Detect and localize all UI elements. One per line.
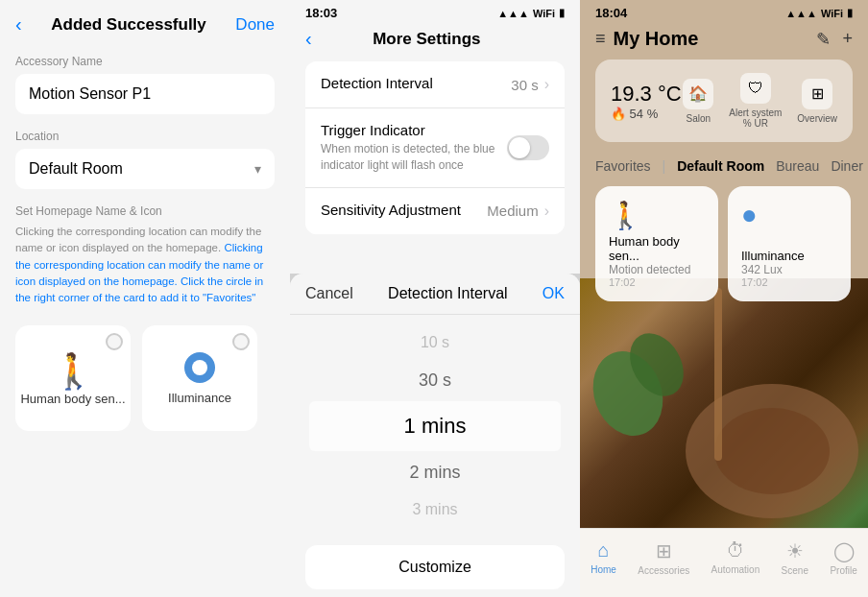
picker-option-2[interactable]: 1 mins (309, 401, 561, 450)
panel2-back-button[interactable]: ‹ (305, 28, 312, 50)
panel2-title: More Settings (312, 30, 542, 49)
illuminance-radio[interactable] (232, 333, 250, 350)
picker-option-1[interactable]: 30 s (290, 361, 580, 400)
accessory-name-input[interactable]: Motion Sensor P1 (15, 74, 275, 114)
default-room-tab[interactable]: Default Room (677, 158, 764, 174)
done-button[interactable]: Done (235, 15, 275, 35)
modal-cancel-button[interactable]: Cancel (305, 285, 353, 302)
illuminance-icon (184, 352, 215, 383)
automation-tab-label: Automation (711, 564, 760, 575)
human-body-radio[interactable] (106, 333, 123, 350)
modal-sheet: Cancel Detection Interval OK 10 s 30 s 1… (290, 274, 580, 597)
weather-left: 19.3 °C 🔥 54 % (611, 82, 682, 121)
panel2-time: 18:03 (305, 6, 337, 20)
weather-temperature: 19.3 °C (611, 82, 682, 107)
accessories-tab[interactable]: ⊞ Accessories (638, 539, 689, 576)
location-select[interactable]: Default Room ▾ (15, 149, 275, 189)
modal-ok-button[interactable]: OK (542, 285, 565, 302)
detection-interval-title: Detection Interval (321, 75, 511, 91)
home-title-row: ≡ My Home (595, 28, 698, 50)
illuminance-card[interactable]: Illuminance (142, 325, 257, 431)
overview-item[interactable]: ⊞ Overview (797, 79, 837, 124)
weather-humidity: 🔥 54 % (611, 107, 682, 121)
panel2-header: ‹ More Settings (290, 24, 580, 61)
panel3-status-right: ▲▲▲ WiFi ▮ (785, 7, 853, 19)
svg-rect-3 (714, 288, 722, 461)
human-body-device-card[interactable]: 🚶 Human body sen... Motion detected 17:0… (595, 186, 718, 301)
trigger-indicator-right (507, 135, 549, 160)
customize-button[interactable]: Customize (305, 545, 565, 589)
trigger-indicator-left: Trigger Indicator When motion is detecte… (321, 122, 507, 174)
illuminance-label: Illuminance (168, 391, 231, 405)
rooms-tabs: Favorites | Default Room Bureau Diner ≡ (580, 154, 868, 182)
detection-interval-right: 30 s › (511, 76, 549, 93)
sensitivity-left: Sensitivity Adjustment (321, 202, 487, 221)
picker-container: 10 s 30 s 1 mins 2 mins 3 mins (290, 315, 580, 537)
bottom-tab-bar: ⌂ Home ⊞ Accessories ⏱ Automation ☀ Scen… (580, 528, 868, 597)
panel3-time: 18:04 (595, 6, 627, 20)
alert-icon: 🛡 (740, 73, 771, 104)
home-title: My Home (614, 28, 699, 50)
panel1-title: Added Successfully (51, 15, 206, 35)
diner-tab[interactable]: Diner (831, 158, 862, 174)
bureau-tab[interactable]: Bureau (776, 158, 819, 174)
homepage-hint: Clicking the corresponding location can … (15, 224, 275, 306)
homepage-label: Set Homepage Name & Icon (15, 204, 275, 218)
overview-icon: ⊞ (802, 79, 832, 109)
panel-my-home: 18:04 ▲▲▲ WiFi ▮ ≡ My Home ✎ + 19.3 °C 🔥… (580, 0, 868, 597)
weather-icons: 🏠 Salon 🛡 Alert system % UR ⊞ Overview (683, 73, 837, 129)
home-tab-label: Home (591, 564, 616, 575)
svg-point-2 (714, 408, 830, 494)
human-body-device-time: 17:02 (609, 276, 705, 288)
picker-option-0[interactable]: 10 s (290, 324, 580, 361)
wifi-icon: WiFi (533, 8, 555, 19)
trigger-indicator-title: Trigger Indicator (321, 122, 507, 138)
favorites-link[interactable]: Clicking the corresponding location can … (15, 242, 263, 303)
devices-grid: 🚶 Human body sen... Motion detected 17:0… (580, 182, 868, 305)
panel1-content: Accessory Name Motion Sensor P1 Location… (0, 45, 290, 597)
accessories-tab-icon: ⊞ (656, 539, 672, 562)
picker-option-3[interactable]: 2 mins (290, 453, 580, 492)
scene-tab[interactable]: ☀ Scene (782, 539, 808, 576)
hamburger-menu-icon[interactable]: ≡ (595, 29, 606, 49)
back-button[interactable]: ‹ (15, 13, 22, 36)
profile-tab-label: Profile (830, 565, 856, 576)
scene-tab-label: Scene (782, 565, 808, 576)
accessory-name-label: Accessory Name (15, 55, 275, 68)
panel3-battery-icon: ▮ (847, 7, 853, 19)
detection-interval-row[interactable]: Detection Interval 30 s › (305, 61, 565, 108)
panel3-wifi-icon: WiFi (821, 8, 843, 19)
human-body-device-info: Human body sen... Motion detected 17:02 (609, 234, 705, 288)
human-body-icon: 🚶 (52, 351, 95, 392)
sensitivity-value: Medium (487, 203, 538, 219)
illuminance-device-card[interactable]: ● Illuminance 342 Lux 17:02 (728, 186, 851, 301)
illuminance-device-time: 17:02 (741, 276, 837, 288)
home-tab-icon: ⌂ (598, 539, 610, 561)
home-tab[interactable]: ⌂ Home (591, 539, 616, 575)
modal-title: Detection Interval (388, 285, 508, 302)
human-body-card[interactable]: 🚶 Human body sen... (15, 325, 131, 431)
panel-added-successfully: ‹ Added Successfully Done Accessory Name… (0, 0, 290, 597)
panel2-status-bar: 18:03 ▲▲▲ WiFi ▮ (290, 0, 580, 24)
sensitivity-chevron: › (544, 203, 549, 220)
alert-item[interactable]: 🛡 Alert system % UR (729, 73, 782, 129)
guitar-overlay (580, 278, 868, 528)
human-body-device-status: Motion detected (609, 263, 705, 276)
trigger-indicator-row[interactable]: Trigger Indicator When motion is detecte… (305, 108, 565, 188)
panel3-header: ≡ My Home ✎ + (580, 24, 868, 60)
scene-tab-icon: ☀ (786, 539, 804, 562)
illuminance-device-icon: ● (741, 200, 837, 230)
sensitivity-row[interactable]: Sensitivity Adjustment Medium › (305, 188, 565, 234)
add-icon[interactable]: + (842, 29, 853, 50)
automation-tab[interactable]: ⏱ Automation (711, 539, 760, 575)
picker-option-4[interactable]: 3 mins (290, 491, 580, 528)
illuminance-dot (192, 360, 207, 375)
salon-label: Salon (687, 113, 711, 124)
sensitivity-right: Medium › (487, 203, 549, 220)
salon-item[interactable]: 🏠 Salon (683, 79, 713, 124)
edit-icon[interactable]: ✎ (816, 29, 831, 50)
trigger-indicator-toggle[interactable] (507, 135, 549, 160)
profile-tab[interactable]: ◯ Profile (830, 539, 856, 576)
favorites-tab[interactable]: Favorites (595, 158, 651, 174)
trigger-indicator-subtitle: When motion is detected, the blue indica… (321, 141, 507, 174)
